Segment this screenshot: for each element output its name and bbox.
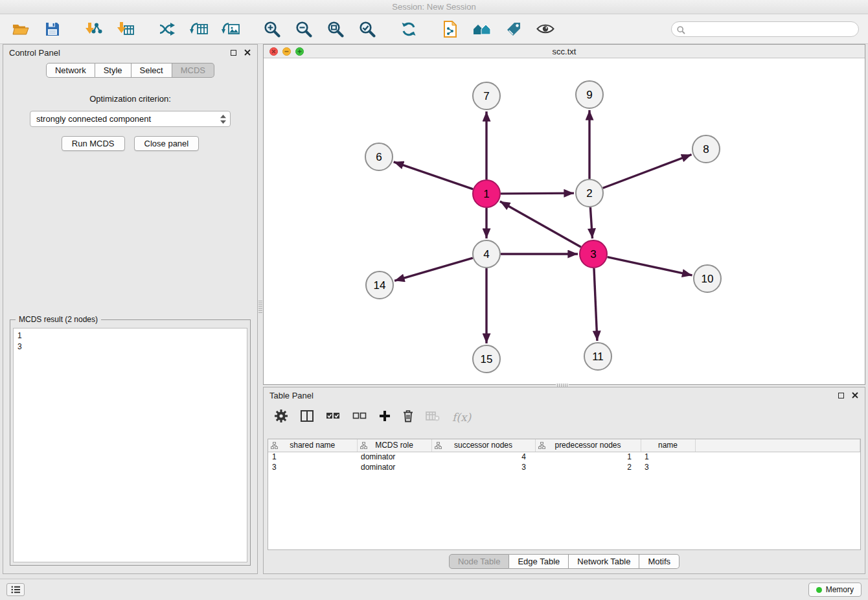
main-toolbar (0, 14, 868, 44)
table-row[interactable]: 1dominator411 (268, 452, 860, 462)
graph-edge-2-3[interactable] (590, 207, 592, 238)
memory-button[interactable]: Memory (808, 583, 862, 597)
table-cell-shared-name[interactable]: 3 (268, 462, 357, 472)
column-header-successor-nodes[interactable]: successor nodes (431, 439, 535, 452)
function-builder-button[interactable]: f(x) (452, 411, 471, 424)
delete-columns-button[interactable] (403, 410, 413, 425)
close-panel-icon[interactable] (244, 49, 251, 56)
home-button[interactable] (470, 18, 494, 40)
columns-icon (301, 410, 314, 422)
float-table-panel-icon[interactable] (838, 393, 844, 398)
column-header-predecessor-nodes[interactable]: predecessor nodes (535, 439, 641, 452)
search-box (671, 21, 859, 37)
column-header-name[interactable]: name (641, 439, 695, 452)
graph-node-label: 3 (590, 248, 596, 260)
task-history-button[interactable] (6, 583, 25, 596)
zoom-fit-icon (327, 21, 344, 38)
window-zoom-icon[interactable] (295, 47, 304, 56)
graph-edge-2-8[interactable] (603, 154, 692, 188)
tab-style[interactable]: Style (95, 63, 131, 78)
window-close-icon[interactable] (269, 47, 278, 56)
tab-mcds[interactable]: MCDS (172, 63, 214, 78)
import-table-button[interactable] (114, 18, 137, 40)
close-panel-button[interactable]: Close panel (134, 136, 200, 151)
plus-icon (379, 410, 391, 422)
graph-edge-1-6[interactable] (394, 162, 473, 189)
vertical-splitter-handle[interactable] (258, 299, 262, 314)
document-network-icon (442, 21, 458, 38)
eye-icon (536, 23, 554, 34)
show-hide-button[interactable] (534, 18, 557, 40)
apply-style-button[interactable] (502, 18, 525, 40)
table-cell-mcds-role[interactable]: dominator (357, 452, 431, 462)
unselect-all-button[interactable] (352, 411, 367, 423)
graph-node-label: 9 (586, 89, 592, 101)
table-cell-predecessor-nodes[interactable]: 2 (535, 462, 641, 472)
table-cell-shared-name[interactable]: 1 (268, 452, 357, 462)
node-table-body: 1dominator4113dominator323 (268, 452, 860, 472)
zoom-in-button[interactable] (260, 18, 284, 40)
delete-table-icon (426, 411, 440, 421)
control-panel-title: Control Panel (9, 48, 60, 58)
table-cell-mcds-role[interactable]: dominator (357, 462, 431, 472)
mcds-result-item[interactable]: 1 (17, 330, 243, 341)
branch-arrows-icon (159, 21, 176, 37)
network-canvas[interactable]: 7968124314101511 (264, 58, 865, 384)
table-cell-name[interactable]: 3 (641, 462, 695, 472)
table-cell-successor-nodes[interactable]: 4 (431, 452, 535, 462)
export-table-button[interactable] (187, 18, 211, 40)
criterion-dropdown[interactable]: strongly connected component (30, 111, 231, 127)
column-header-mcds-role[interactable]: MCDS role (357, 439, 431, 452)
export-image-button[interactable] (219, 18, 242, 40)
tab-node-table[interactable]: Node Table (449, 554, 510, 569)
save-session-button[interactable] (41, 18, 64, 40)
table-panel-tabs: Node Table Edge Table Network Table Moti… (264, 554, 865, 569)
app-title: Session: New Session (392, 2, 475, 12)
select-all-button[interactable] (326, 411, 340, 423)
zoom-selected-icon (359, 21, 376, 38)
column-header-filler (695, 439, 860, 452)
search-input[interactable] (671, 21, 859, 37)
import-network-button[interactable] (82, 18, 106, 40)
table-cell-name[interactable]: 1 (641, 452, 695, 462)
mcds-result-item[interactable]: 3 (17, 341, 243, 352)
tab-select[interactable]: Select (131, 63, 172, 78)
graph-edge-3-11[interactable] (594, 268, 597, 341)
tab-motifs[interactable]: Motifs (639, 554, 680, 569)
graph-edge-4-14[interactable] (394, 258, 473, 281)
run-mcds-button[interactable]: Run MCDS (62, 136, 125, 151)
table-settings-button[interactable] (274, 409, 288, 426)
dropdown-stepper-icon (220, 114, 227, 126)
create-column-button[interactable] (379, 410, 391, 424)
zoom-out-icon (295, 21, 312, 38)
table-cell-predecessor-nodes[interactable]: 1 (535, 452, 641, 462)
graph-edge-3-1[interactable] (500, 202, 581, 247)
zoom-out-button[interactable] (292, 18, 315, 40)
float-panel-icon[interactable] (231, 50, 236, 56)
tab-network[interactable]: Network (46, 63, 95, 78)
tab-network-table[interactable]: Network Table (569, 554, 639, 569)
optimization-criterion-label: Optimization criterion: (3, 94, 257, 104)
tab-edge-table[interactable]: Edge Table (509, 554, 569, 569)
table-cell-filler (695, 462, 860, 472)
mcds-result-list[interactable]: 13 (13, 328, 247, 562)
refresh-view-button[interactable] (397, 18, 420, 40)
graph-edge-3-10[interactable] (608, 257, 692, 275)
close-table-panel-icon[interactable] (852, 392, 858, 398)
graph-node-label: 8 (703, 143, 709, 156)
trash-icon (403, 410, 413, 422)
show-columns-button[interactable] (301, 410, 314, 424)
mcds-result-title: MCDS result (2 nodes) (16, 315, 101, 324)
zoom-fit-button[interactable] (324, 18, 347, 40)
table-cell-successor-nodes[interactable]: 3 (431, 462, 535, 472)
table-row[interactable]: 3dominator323 (268, 462, 860, 472)
window-minimize-icon[interactable] (282, 47, 291, 56)
image-arrow-icon (222, 21, 240, 37)
column-header-shared-name[interactable]: shared name (268, 439, 357, 452)
new-network-button[interactable] (155, 18, 179, 40)
open-session-button[interactable] (9, 18, 32, 40)
network-document-button[interactable] (439, 18, 462, 40)
zoom-selected-button[interactable] (356, 18, 379, 40)
graph-edge-1-2[interactable] (501, 193, 574, 194)
graph-node-label: 14 (374, 279, 386, 292)
